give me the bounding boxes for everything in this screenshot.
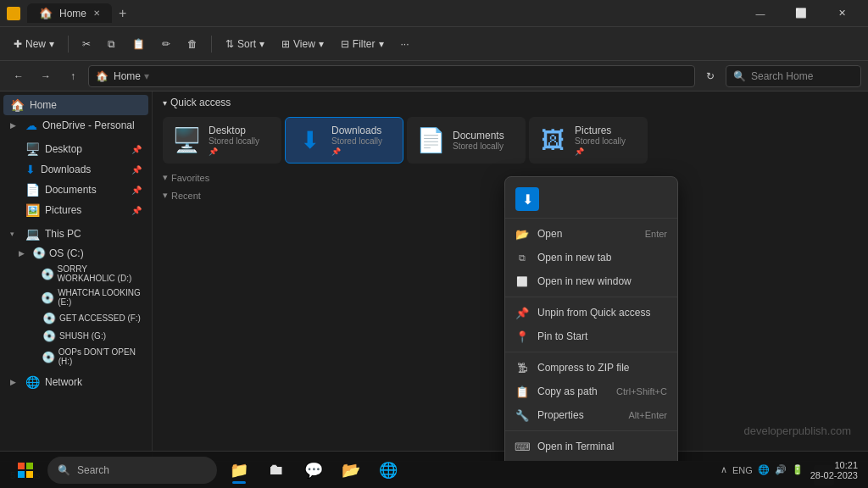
sidebar-item-pictures[interactable]: 🖼️ Pictures 📌 (3, 200, 148, 220)
network-expand-icon: ▶ (10, 378, 20, 386)
home-icon: 🏠 (10, 98, 25, 112)
close-button[interactable]: ✕ (822, 0, 861, 27)
folder-pictures[interactable]: 🖼 Pictures Stored locally 📌 (529, 117, 648, 164)
documents-icon: 📄 (25, 183, 40, 197)
start-button[interactable] (10, 455, 41, 485)
sidebar-item-home[interactable]: 🏠 Home (3, 95, 148, 115)
ctx-open-terminal[interactable]: ⌨ Open in Terminal (505, 435, 677, 458)
filter-button[interactable]: ⊟ Filter ▾ (334, 35, 391, 53)
taskbar-app-2[interactable]: 💬 (298, 455, 329, 485)
ctx-open-new-window[interactable]: ⬜ Open in new window (505, 269, 677, 293)
folder-documents-info: Documents Stored locally (453, 130, 504, 151)
thispc-expand-icon: ▾ (10, 230, 20, 238)
new-tab-button[interactable]: + (112, 3, 133, 25)
sidebar-osc-label: OS (C:) (49, 247, 84, 259)
svg-rect-3 (26, 471, 33, 478)
app-icon (7, 7, 20, 20)
sidebar-item-osc[interactable]: ▶ 💿 OS (C:) (3, 244, 148, 262)
taskbar-search[interactable]: 🔍 Search (47, 457, 217, 484)
onedrive-icon: ☁ (25, 119, 37, 132)
refresh-button[interactable]: ↻ (698, 64, 722, 88)
sidebar-item-documents[interactable]: 📄 Documents 📌 (3, 180, 148, 200)
cut-icon: ✂ (82, 38, 91, 50)
up-button[interactable]: ↑ (61, 64, 85, 88)
ctx-open-new-tab[interactable]: ⧉ Open in new tab (505, 246, 677, 269)
sidebar-item-shushg[interactable]: 💿 SHUSH (G:) (3, 327, 148, 345)
minimize-button[interactable]: — (741, 0, 780, 27)
folder-downloads[interactable]: ⬇ Downloads Stored locally 📌 (285, 117, 403, 164)
folders-grid: 🖥️ Desktop Stored locally 📌 ⬇ Downloads … (153, 114, 868, 167)
forward-button[interactable]: → (34, 64, 58, 88)
search-box[interactable]: 🔍 Search Home (726, 65, 861, 87)
network-tray-icon: 🌐 (758, 464, 770, 475)
maximize-button[interactable]: ⬜ (782, 0, 821, 27)
sidebar-item-desktop[interactable]: 🖥️ Desktop 📌 (3, 139, 148, 159)
sidebar-shushg-label: SHUSH (G:) (59, 331, 106, 341)
tray-show-hidden-icon[interactable]: ∧ (721, 464, 727, 475)
onedrive-expand-icon: ▶ (10, 121, 20, 130)
address-bar: ← → ↑ 🏠 Home ▾ ↻ 🔍 Search Home (0, 61, 868, 92)
context-menu-header: ⬇ (505, 180, 677, 219)
context-folder-icon: ⬇ (515, 187, 539, 211)
folder-pictures-info: Pictures Stored locally 📌 (575, 125, 626, 156)
sorryd-icon: 💿 (41, 268, 54, 280)
address-path[interactable]: 🏠 Home ▾ (88, 65, 695, 87)
path-dropdown-icon: ▾ (144, 70, 149, 82)
new-button[interactable]: ✚ New ▾ (7, 35, 61, 53)
date-display: 28-02-2023 (810, 470, 858, 480)
delete-button[interactable]: 🗑 (181, 35, 204, 53)
sidebar: 🏠 Home ▶ ☁ OneDrive - Personal 🖥️ Deskto… (0, 92, 153, 461)
taskbar-explorer[interactable]: 📁 (224, 455, 254, 485)
sidebar-item-getf[interactable]: 💿 GET ACCESSED (F:) (3, 309, 148, 327)
taskbar-chrome[interactable]: 🌐 (373, 455, 403, 485)
folder-documents[interactable]: 📄 Documents Stored locally (407, 117, 526, 164)
ctx-compress[interactable]: 🗜 Compress to ZIP file (505, 356, 677, 380)
rename-button[interactable]: ✏ (155, 35, 177, 53)
content-area: ▾ Quick access 🖥️ Desktop Stored locally… (153, 92, 868, 461)
taskbar-app-1[interactable]: 🖿 (261, 455, 292, 485)
taskbar-app-3[interactable]: 📂 (336, 455, 366, 485)
title-bar: 🏠 Home ✕ + — ⬜ ✕ (0, 0, 868, 27)
pictures-icon: 🖼️ (25, 203, 40, 217)
ctx-copy-path[interactable]: 📋 Copy as path Ctrl+Shift+C (505, 380, 677, 403)
sort-button[interactable]: ⇅ Sort ▾ (219, 35, 271, 53)
ctx-unpin[interactable]: 📌 Unpin from Quick access (505, 301, 677, 324)
ctx-pin-start[interactable]: 📍 Pin to Start (505, 324, 677, 348)
sidebar-whatchae-label: WHATCHA LOOKING (E:) (58, 288, 142, 307)
sidebar-downloads-label: Downloads (41, 164, 91, 175)
taskbar-app1-icon: 🖿 (269, 461, 284, 479)
tab-home[interactable]: 🏠 Home ✕ (27, 3, 112, 23)
sidebar-item-thispc[interactable]: ▾ 💻 This PC (3, 224, 148, 244)
paste-button[interactable]: 📋 (125, 35, 152, 53)
view-button[interactable]: ⊞ View ▾ (275, 35, 331, 53)
more-button[interactable]: ··· (394, 35, 416, 53)
sidebar-sorryd-label: SORRY WORKAHOLIC (D:) (58, 264, 142, 283)
back-button[interactable]: ← (7, 64, 31, 88)
sidebar-desktop-label: Desktop (45, 143, 82, 155)
sidebar-item-sorryd[interactable]: 💿 SORRY WORKAHOLIC (D:) (3, 262, 148, 286)
folder-downloads-icon: ⬇ (294, 125, 325, 156)
folder-desktop[interactable]: 🖥️ Desktop Stored locally 📌 (163, 117, 281, 164)
sidebar-item-onedrive[interactable]: ▶ ☁ OneDrive - Personal (3, 115, 148, 136)
ctx-separator-1 (505, 297, 677, 297)
sidebar-item-oopsh[interactable]: 💿 OOPs DON'T OPEN (H:) (3, 345, 148, 369)
lang-indicator: ENG (732, 465, 753, 475)
view-icon: ⊞ (281, 38, 290, 50)
tab-label: Home (59, 8, 86, 19)
cut-button[interactable]: ✂ (75, 35, 97, 53)
ctx-pin-start-icon: 📍 (515, 330, 529, 343)
view-dropdown-icon: ▾ (319, 38, 324, 50)
svg-rect-2 (18, 471, 25, 478)
tab-close-button[interactable]: ✕ (93, 8, 100, 18)
ctx-open[interactable]: 📂 Open Enter (505, 222, 677, 246)
ctx-properties[interactable]: 🔧 Properties Alt+Enter (505, 403, 677, 427)
downloads-pin-icon: 📌 (131, 165, 142, 175)
sidebar-item-downloads[interactable]: ⬇ Downloads 📌 (3, 159, 148, 180)
sidebar-item-whatchae[interactable]: 💿 WHATCHA LOOKING (E:) (3, 286, 148, 309)
sidebar-getf-label: GET ACCESSED (F:) (59, 313, 141, 323)
new-dropdown-icon: ▾ (49, 38, 54, 50)
copy-button[interactable]: ⧉ (101, 35, 122, 53)
sidebar-item-network[interactable]: ▶ 🌐 Network (3, 372, 148, 392)
ctx-unpin-icon: 📌 (515, 306, 529, 319)
watermark: developerpublish.com (744, 424, 851, 437)
